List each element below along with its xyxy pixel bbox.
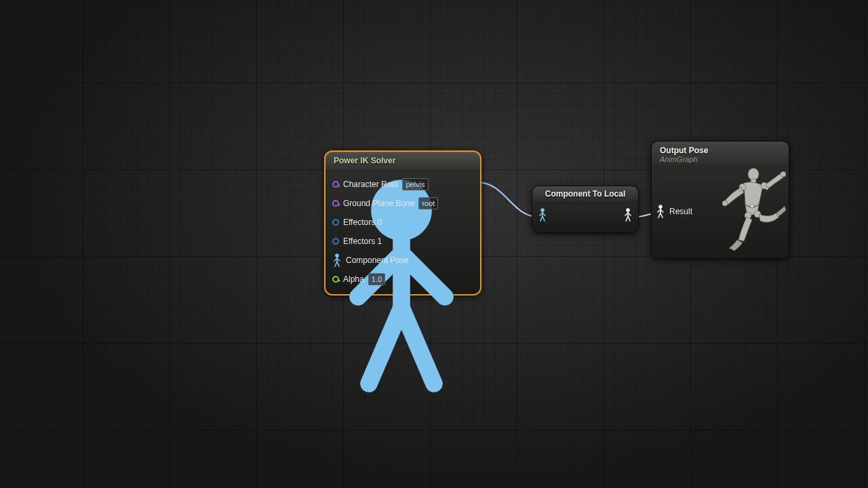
svg-point-35 xyxy=(722,201,728,206)
pin-label: Effectors 1 xyxy=(343,237,382,246)
svg-point-33 xyxy=(781,171,786,177)
pose-icon xyxy=(656,205,665,218)
pin-label: Component Pose xyxy=(346,256,409,265)
pin-ground-plane-bone[interactable]: Ground Plane Bone root xyxy=(330,194,476,213)
node-subtitle: AnimGraph xyxy=(660,155,781,163)
mannequin-preview-icon xyxy=(705,165,786,253)
pin-result[interactable]: Result xyxy=(656,205,692,218)
pin-label: Character Root xyxy=(343,180,398,189)
bone-name-pin-icon xyxy=(332,200,339,207)
pin-character-root[interactable]: Character Root pelvis xyxy=(330,175,476,194)
alpha-value[interactable]: 1.0 xyxy=(368,273,385,285)
ground-plane-bone-value[interactable]: root xyxy=(418,197,438,209)
svg-line-16 xyxy=(540,216,542,221)
pin-component-pose[interactable]: Component Pose xyxy=(330,251,476,270)
bone-name-pin-icon xyxy=(332,181,339,188)
svg-point-40 xyxy=(738,188,741,191)
struct-pin-icon xyxy=(332,238,339,245)
pin-effectors-0[interactable]: Effectors 0 xyxy=(330,213,476,232)
svg-line-28 xyxy=(658,213,660,218)
svg-line-5 xyxy=(401,308,434,384)
pin-effectors-1[interactable]: Effectors 1 xyxy=(330,232,476,251)
struct-pin-icon xyxy=(332,219,339,226)
pin-label: Result xyxy=(669,207,692,216)
pose-icon xyxy=(332,253,342,267)
node-title: Output Pose xyxy=(660,146,781,155)
svg-point-38 xyxy=(750,204,754,208)
svg-line-17 xyxy=(542,216,545,221)
node-title[interactable]: Component To Local xyxy=(532,186,638,203)
svg-line-29 xyxy=(660,213,663,218)
input-pin-component-pose[interactable] xyxy=(538,208,547,222)
character-root-value[interactable]: pelvis xyxy=(402,178,428,190)
output-pin-local-pose[interactable] xyxy=(623,208,633,222)
svg-point-30 xyxy=(748,168,759,180)
svg-line-4 xyxy=(369,308,401,384)
svg-line-11 xyxy=(337,262,339,266)
pin-label: Effectors 0 xyxy=(343,218,382,227)
node-power-ik-solver[interactable]: Power IK Solver Character Root pelvis Gr… xyxy=(324,150,481,296)
svg-line-23 xyxy=(628,216,630,221)
node-header[interactable]: Output Pose AnimGraph xyxy=(652,142,789,167)
node-component-to-local[interactable]: Component To Local xyxy=(532,186,639,233)
svg-point-39 xyxy=(766,187,768,190)
pin-label: Alpha xyxy=(343,274,364,284)
svg-line-22 xyxy=(626,216,628,221)
svg-line-10 xyxy=(335,262,337,266)
pin-alpha[interactable]: Alpha 1.0 xyxy=(330,270,476,289)
pin-label: Ground Plane Bone xyxy=(343,199,414,208)
node-output-pose[interactable]: Output Pose AnimGraph Result xyxy=(651,141,789,259)
float-pin-icon xyxy=(332,276,339,283)
node-title[interactable]: Power IK Solver xyxy=(326,152,480,171)
